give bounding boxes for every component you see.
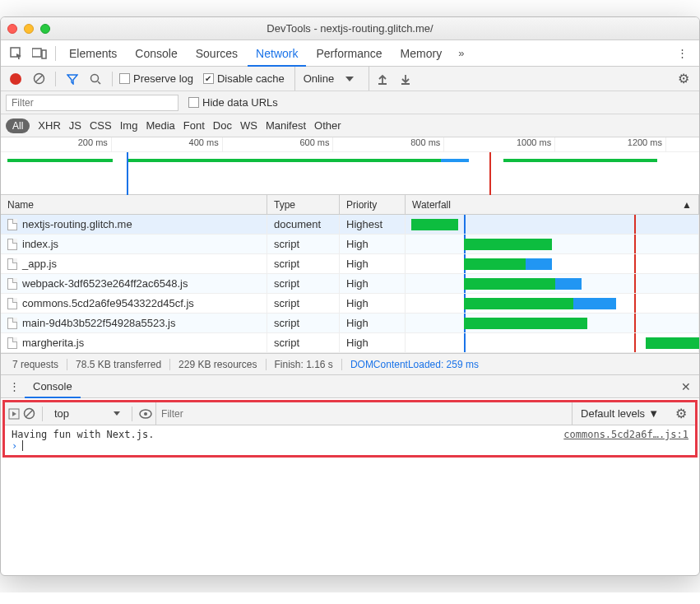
request-type: script xyxy=(267,274,340,293)
table-row[interactable]: main-9d4b3b522f54928a5523.js script High xyxy=(1,314,699,333)
log-levels-select[interactable]: Default levels▼ xyxy=(572,402,667,425)
request-waterfall xyxy=(406,215,699,234)
tab-performance[interactable]: Performance xyxy=(308,40,390,67)
device-toolbar-icon[interactable] xyxy=(29,43,50,64)
request-waterfall xyxy=(406,254,699,273)
tab-memory[interactable]: Memory xyxy=(392,40,451,67)
network-overview[interactable]: 200 ms 400 ms 600 ms 800 ms 1000 ms 1200… xyxy=(1,137,699,195)
log-message: Having fun with Next.js. xyxy=(12,429,563,440)
summary-dcl: DOMContentLoaded: 259 ms xyxy=(342,359,487,370)
console-drawer: ⋮ Console ✕ top Default levels▼ ⚙ Having… xyxy=(1,374,699,575)
request-name: main-9d4b3b522f54928a5523.js xyxy=(22,317,176,329)
type-js[interactable]: JS xyxy=(69,119,81,132)
request-type: script xyxy=(267,314,340,332)
type-font[interactable]: Font xyxy=(183,119,205,132)
table-row[interactable]: nextjs-routing.glitch.me document Highes… xyxy=(1,215,699,235)
type-doc[interactable]: Doc xyxy=(213,119,232,132)
type-css[interactable]: CSS xyxy=(90,119,112,132)
network-table-body: nextjs-routing.glitch.me document Highes… xyxy=(1,215,699,353)
download-har-icon[interactable] xyxy=(396,69,415,89)
request-waterfall xyxy=(406,294,699,313)
type-media[interactable]: Media xyxy=(146,119,174,132)
disable-cache-checkbox[interactable]: Disable cache xyxy=(203,72,285,85)
request-type: script xyxy=(267,235,340,253)
inspect-element-icon[interactable] xyxy=(6,43,27,64)
hide-data-urls-checkbox[interactable]: Hide data URLs xyxy=(188,96,278,109)
summary-requests: 7 requests xyxy=(4,359,67,370)
request-priority: High xyxy=(340,294,406,313)
live-expression-icon[interactable] xyxy=(139,409,152,419)
summary-resources: 229 KB resources xyxy=(170,359,266,370)
file-icon xyxy=(7,318,17,329)
type-xhr[interactable]: XHR xyxy=(38,119,60,132)
svg-line-11 xyxy=(25,410,33,417)
more-tabs-icon[interactable]: » xyxy=(452,47,471,59)
tab-sources[interactable]: Sources xyxy=(188,40,246,67)
request-type: script xyxy=(267,333,340,352)
tab-console[interactable]: Console xyxy=(127,40,185,67)
table-row[interactable]: webpack-3df6523e264ff2ac6548.js script H… xyxy=(1,274,699,294)
console-log-line[interactable]: Having fun with Next.js. commons.5cd2a6f… xyxy=(12,429,688,440)
table-row[interactable]: margherita.js script High xyxy=(1,333,699,353)
console-play-icon[interactable] xyxy=(8,408,20,420)
drawer-tab-console[interactable]: Console xyxy=(25,375,81,398)
header-waterfall[interactable]: Waterfall▲ xyxy=(406,195,699,214)
filter-toggle-icon[interactable] xyxy=(63,69,82,89)
kebab-menu-icon[interactable]: ⋮ xyxy=(670,47,694,59)
table-row[interactable]: commons.5cd2a6fe9543322d45cf.js script H… xyxy=(1,294,699,314)
devtools-window: DevTools - nextjs-routing.glitch.me/ Ele… xyxy=(0,16,700,576)
request-type: script xyxy=(267,254,340,273)
upload-har-icon[interactable] xyxy=(373,69,392,89)
request-name: margherita.js xyxy=(22,337,84,349)
request-name: _app.js xyxy=(22,258,57,270)
search-icon[interactable] xyxy=(86,69,105,89)
request-priority: Highest xyxy=(340,215,406,234)
window-title: DevTools - nextjs-routing.glitch.me/ xyxy=(1,22,699,35)
preserve-log-checkbox[interactable]: Preserve log xyxy=(119,72,193,85)
network-table-header: Name Type Priority Waterfall▲ xyxy=(1,195,699,215)
file-icon xyxy=(7,258,17,270)
svg-point-5 xyxy=(91,74,99,81)
clear-button[interactable] xyxy=(29,69,49,89)
type-img[interactable]: Img xyxy=(120,119,138,132)
table-row[interactable]: _app.js script High xyxy=(1,254,699,274)
request-priority: High xyxy=(340,333,406,352)
type-manifest[interactable]: Manifest xyxy=(266,119,306,132)
type-all[interactable]: All xyxy=(6,118,30,133)
console-toolbar: top Default levels▼ ⚙ xyxy=(5,402,695,425)
request-name: index.js xyxy=(22,238,58,250)
drawer-close-icon[interactable]: ✕ xyxy=(676,380,696,393)
type-ws[interactable]: WS xyxy=(240,119,257,132)
log-source-link[interactable]: commons.5cd2a6f….js:1 xyxy=(563,429,688,440)
tab-elements[interactable]: Elements xyxy=(61,40,125,67)
network-filter-input[interactable] xyxy=(6,95,178,111)
request-waterfall xyxy=(406,274,699,293)
main-tabs: Elements Console Sources Network Perform… xyxy=(1,40,699,67)
header-name[interactable]: Name xyxy=(1,195,267,214)
console-context-select[interactable]: top xyxy=(49,407,125,420)
tab-network[interactable]: Network xyxy=(248,40,306,67)
header-type[interactable]: Type xyxy=(267,195,340,214)
svg-line-6 xyxy=(98,81,100,84)
header-priority[interactable]: Priority xyxy=(340,195,406,214)
file-icon xyxy=(7,298,17,309)
console-filter-input[interactable] xyxy=(155,402,568,425)
table-row[interactable]: index.js script High xyxy=(1,235,699,254)
throttling-select[interactable]: Online xyxy=(294,67,370,91)
console-prompt[interactable]: › xyxy=(12,440,688,452)
console-clear-icon[interactable] xyxy=(23,407,35,420)
request-waterfall xyxy=(406,333,699,352)
file-icon xyxy=(7,219,17,230)
type-other[interactable]: Other xyxy=(314,119,341,132)
record-button[interactable] xyxy=(6,69,25,89)
window-titlebar: DevTools - nextjs-routing.glitch.me/ xyxy=(1,17,699,40)
request-priority: High xyxy=(340,235,406,253)
request-type: document xyxy=(267,215,340,234)
drawer-menu-icon[interactable]: ⋮ xyxy=(4,380,25,393)
network-settings-icon[interactable]: ⚙ xyxy=(673,71,694,86)
request-type: script xyxy=(267,294,340,313)
request-priority: High xyxy=(340,274,406,293)
console-settings-icon[interactable]: ⚙ xyxy=(670,406,692,421)
filter-bar: Hide data URLs xyxy=(1,91,699,114)
network-summary: 7 requests 78.5 KB transferred 229 KB re… xyxy=(1,353,699,374)
